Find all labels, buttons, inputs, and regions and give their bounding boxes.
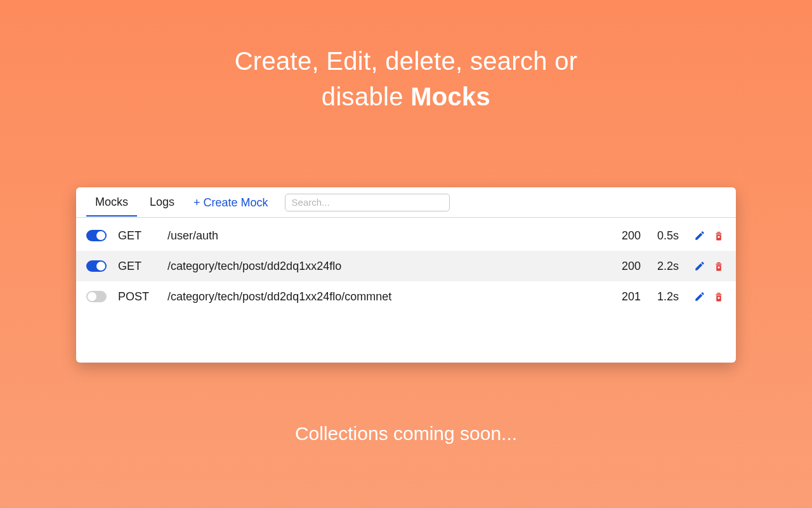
status-label: 200 bbox=[603, 260, 641, 273]
enable-toggle[interactable] bbox=[86, 291, 107, 302]
edit-icon[interactable] bbox=[694, 260, 705, 272]
tab-logs[interactable]: Logs bbox=[141, 189, 183, 217]
edit-icon[interactable] bbox=[694, 230, 705, 241]
delay-label: 1.2s bbox=[641, 290, 679, 304]
tabs-bar: Mocks Logs + Create Mock bbox=[76, 187, 736, 218]
method-label: GET bbox=[118, 229, 167, 243]
title-line2-prefix: disable bbox=[322, 83, 410, 110]
status-label: 201 bbox=[603, 290, 641, 304]
enable-toggle[interactable] bbox=[86, 260, 107, 272]
title-line2-bold: Mocks bbox=[410, 83, 490, 110]
path-label: /user/auth bbox=[167, 229, 603, 243]
search-input[interactable] bbox=[285, 194, 450, 211]
row-actions bbox=[694, 260, 724, 272]
edit-icon[interactable] bbox=[694, 291, 705, 302]
mock-row: GET /category/tech/post/dd2dq1xx24flo 20… bbox=[76, 251, 736, 281]
path-label: /category/tech/post/dd2dq1xx24flo/commne… bbox=[167, 290, 603, 304]
mock-row: GET /user/auth 200 0.5s bbox=[76, 220, 736, 251]
page-title: Create, Edit, delete, search or disable … bbox=[235, 43, 578, 114]
title-line1: Create, Edit, delete, search or bbox=[235, 47, 578, 75]
tab-mocks[interactable]: Mocks bbox=[86, 189, 137, 217]
delete-icon[interactable] bbox=[713, 230, 724, 241]
method-label: POST bbox=[118, 290, 167, 304]
method-label: GET bbox=[118, 260, 167, 273]
row-actions bbox=[694, 291, 724, 302]
footer-text: Collections coming soon... bbox=[295, 423, 517, 444]
delay-label: 0.5s bbox=[641, 229, 679, 243]
mocks-list: GET /user/auth 200 0.5s GET /category/te… bbox=[76, 218, 736, 312]
status-label: 200 bbox=[603, 229, 641, 243]
delay-label: 2.2s bbox=[641, 260, 679, 273]
path-label: /category/tech/post/dd2dq1xx24flo bbox=[167, 260, 603, 273]
delete-icon[interactable] bbox=[713, 260, 724, 272]
row-actions bbox=[694, 230, 724, 241]
enable-toggle[interactable] bbox=[86, 230, 107, 241]
mock-row: POST /category/tech/post/dd2dq1xx24flo/c… bbox=[76, 281, 736, 312]
create-mock-button[interactable]: + Create Mock bbox=[187, 189, 277, 216]
delete-icon[interactable] bbox=[713, 291, 724, 302]
mocks-panel: Mocks Logs + Create Mock GET /user/auth … bbox=[76, 187, 736, 363]
